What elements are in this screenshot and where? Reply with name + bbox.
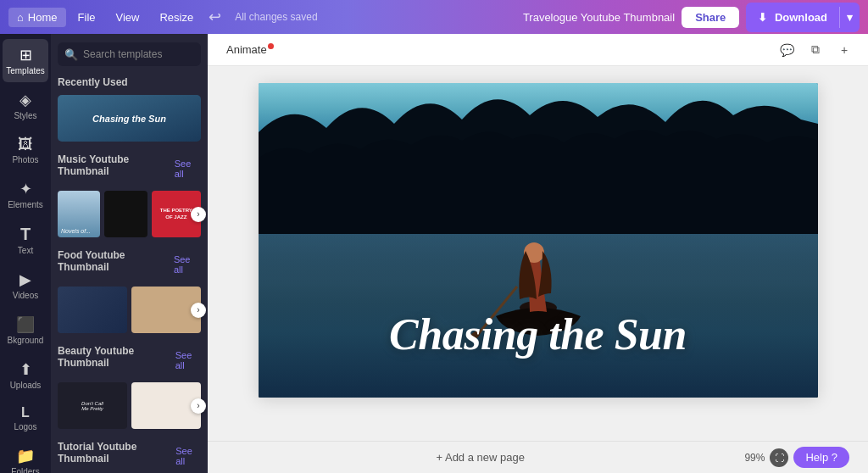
view-button[interactable]: View [108,8,148,27]
tutorial-see-all[interactable]: See all [175,446,201,466]
animate-label: Animate [226,43,267,56]
videos-icon: ▶ [19,270,31,289]
photos-icon: 🖼 [18,136,33,153]
sidebar-item-videos[interactable]: ▶ Videos [3,264,48,307]
canvas-page[interactable]: Chasing the Sun [259,83,818,398]
canvas-toolbar: Animate 💬 ⧉ + [208,34,868,66]
folders-icon: 📁 [16,447,35,465]
zoom-bar: 99% ⛶ Help ? [744,447,860,468]
elements-label: Elements [8,200,43,209]
home-button[interactable]: ⌂ Home [8,8,66,27]
home-icon: ⌂ [17,11,24,24]
download-button[interactable]: ⬇ Download ▾ [746,3,860,32]
food-thumb-next[interactable]: › [191,303,206,318]
nav-left: ⌂ Home File View Resize ↩ All changes sa… [8,8,318,27]
beauty-section-header: Beauty Youtube Thumbnail See all [58,345,201,376]
background-label: Bkground [8,336,44,345]
canvas-scroll-area[interactable]: Chasing the Sun [208,66,868,441]
templates-panel: 🔍 ⚙ Recently Used Chasing the Sun Music … [51,34,208,473]
file-button[interactable]: File [70,8,104,27]
download-arrow-icon: ⬇ [758,11,767,24]
file-label: File [78,11,96,24]
fullscreen-button[interactable]: ⛶ [770,448,788,467]
saved-status: All changes saved [235,11,317,23]
sidebar-item-photos[interactable]: 🖼 Photos [3,129,48,171]
beauty-thumb-1[interactable]: Don't CallMe Pretty [58,382,127,429]
music-thumb-row: Novels of... THE POETRYOF JAZZ › [58,191,201,237]
download-icon-wrap: ⬇ Download [746,7,839,28]
top-nav: ⌂ Home File View Resize ↩ All changes sa… [0,0,868,34]
videos-label: Videos [13,291,38,300]
music-see-all[interactable]: See all [175,159,201,179]
sidebar-item-logos[interactable]: L Logos [3,398,48,438]
food-see-all[interactable]: See all [174,254,201,275]
beauty-title: Beauty Youtube Thumbnail [58,345,175,369]
styles-label: Styles [14,111,36,120]
text-icon: T [20,225,31,244]
templates-label: Templates [6,66,45,75]
zoom-percentage: 99% [744,452,765,464]
recent-thumb[interactable]: Chasing the Sun [58,95,201,142]
logos-label: Logos [14,422,36,431]
icon-sidebar: ⊞ Templates ◈ Styles 🖼 Photos ✦ Elements… [0,34,51,473]
fullscreen-icon: ⛶ [775,453,784,463]
recent-thumb-text: Chasing the Sun [92,114,166,124]
doc-title: Travelogue Youtube Thumbnail [523,11,675,24]
uploads-icon: ⬆ [19,360,32,379]
search-bar: 🔍 ⚙ [58,42,201,66]
styles-icon: ◈ [19,91,31,109]
tutorial-section-header: Tutorial Youtube Thumbnail See all [58,441,201,471]
recently-used-title: Recently Used [58,76,201,88]
photos-label: Photos [12,155,38,164]
sidebar-item-uploads[interactable]: ⬆ Uploads [3,353,48,397]
bottom-bar: + Add a new page 99% ⛶ Help ? [208,441,868,473]
food-title: Food Youtube Thumbnail [58,249,174,273]
copy-button[interactable]: ⧉ [804,38,827,62]
beauty-thumb-next[interactable]: › [191,398,206,414]
view-label: View [116,11,140,24]
beauty-see-all[interactable]: See all [175,350,201,370]
search-icon: 🔍 [64,48,78,61]
canvas-actions: 💬 ⧉ + [775,38,856,62]
undo-icon[interactable]: ↩ [209,8,221,26]
add-page-area: + Add a new page [216,447,744,468]
comment-button[interactable]: 💬 [775,38,798,62]
nav-right: Travelogue Youtube Thumbnail Share ⬇ Dow… [523,3,860,32]
sidebar-item-folders[interactable]: 📁 Folders [3,440,48,473]
food-thumb-1[interactable] [58,287,127,333]
food-section-header: Food Youtube Thumbnail See all [58,249,201,280]
animate-button[interactable]: Animate [220,40,281,59]
uploads-label: Uploads [10,381,42,390]
share-button[interactable]: Share [682,7,739,28]
sidebar-item-background[interactable]: ⬛ Bkground [3,309,48,352]
tutorial-section: Tutorial Youtube Thumbnail See all THECR… [58,441,201,473]
beauty-section: Beauty Youtube Thumbnail See all Don't C… [58,345,201,429]
home-label: Home [28,11,58,24]
sidebar-item-templates[interactable]: ⊞ Templates [3,39,48,82]
background-icon: ⬛ [16,315,35,334]
music-thumb-2[interactable] [104,191,147,237]
download-dropdown-arrow[interactable]: ▾ [839,7,860,28]
resize-label: Resize [159,11,193,24]
add-page-button[interactable]: + Add a new page [422,447,537,468]
beauty-thumb-row: Don't CallMe Pretty › [58,382,201,429]
food-thumb-row: › [58,287,201,333]
templates-icon: ⊞ [19,46,32,64]
canoe-person-svg [259,83,818,398]
sidebar-item-text[interactable]: T Text [3,218,48,262]
download-label: Download [775,11,827,24]
logos-icon: L [21,405,30,420]
body-row: ⊞ Templates ◈ Styles 🖼 Photos ✦ Elements… [0,34,868,473]
sidebar-item-styles[interactable]: ◈ Styles [3,84,48,127]
music-thumb-1[interactable]: Novels of... [58,191,100,237]
food-section: Food Youtube Thumbnail See all › [58,249,201,333]
resize-button[interactable]: Resize [151,8,202,27]
music-thumb-next[interactable]: › [191,207,206,222]
elements-icon: ✦ [19,180,32,198]
sidebar-item-elements[interactable]: ✦ Elements [3,173,48,216]
add-button[interactable]: + [832,38,856,62]
help-button[interactable]: Help ? [793,447,849,468]
search-input[interactable] [83,48,208,60]
text-label: Text [18,246,33,255]
folders-label: Folders [11,467,39,473]
